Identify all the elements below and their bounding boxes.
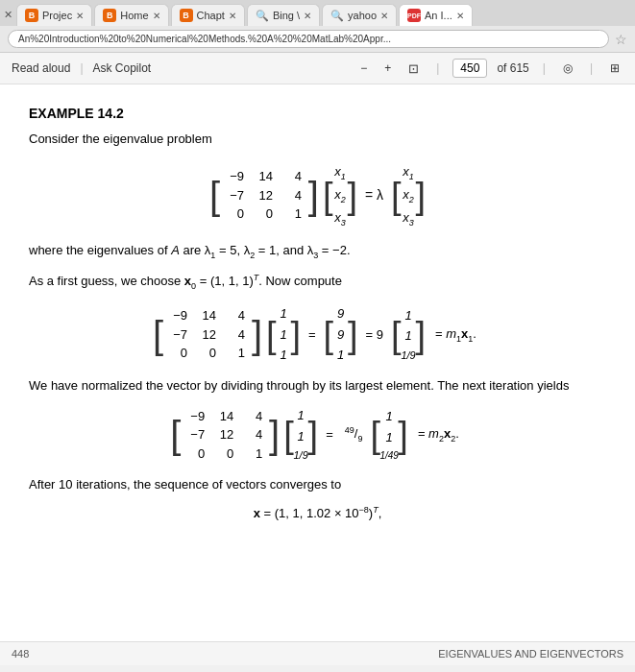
eq1-vec-111: 1 1 1 xyxy=(266,302,301,367)
chapt-tab-label: Chapt xyxy=(197,10,225,21)
eq1-equals1: = xyxy=(308,325,316,345)
eq1-m1x1: = m1x1. xyxy=(435,324,476,346)
eq2-m2x2: = m2x2. xyxy=(418,424,459,445)
home-tab-label: Home xyxy=(120,10,148,21)
zoom-in-button[interactable]: + xyxy=(380,60,395,77)
para3: After 10 iterations, the sequence of vec… xyxy=(29,475,606,494)
bing-tab-icon: 🔍 xyxy=(256,9,269,22)
bing-tab-label: Bing \ xyxy=(273,10,300,21)
chapt-tab-icon: B xyxy=(180,9,193,22)
converge-eq-text: x = (1, 1, 1.02 × 10−8)T, xyxy=(254,506,382,520)
toolbar-divider1: | xyxy=(80,61,83,75)
home-tab-icon: B xyxy=(103,9,116,22)
matrix-A: −9 14 4 −7 12 4 0 0 1 xyxy=(209,165,319,226)
ask-copilot-label: Ask Copilot xyxy=(93,61,152,75)
eq2-result-vec: 1 1 1/49 xyxy=(370,405,407,465)
equation1: −9 14 4 −7 12 4 0 0 1 1 1 1 xyxy=(29,302,606,367)
projec-tab-icon: B xyxy=(25,9,38,22)
home-tab-close[interactable]: ✕ xyxy=(153,11,160,21)
tab-home[interactable]: B Home ✕ xyxy=(94,4,168,26)
address-bar: An%20Introduction%20to%20Numerical%20Met… xyxy=(0,26,635,52)
an-tab-icon: PDF xyxy=(407,9,421,22)
tab-chapt[interactable]: B Chapt ✕ xyxy=(171,4,245,26)
speaker-button[interactable]: ◎ xyxy=(559,60,576,77)
projec-tab-close[interactable]: ✕ xyxy=(76,11,84,21)
eq2-fraction: 49/9 xyxy=(345,424,363,445)
address-input[interactable]: An%20Introduction%20to%20Numerical%20Met… xyxy=(8,30,609,48)
close-icon[interactable]: ✕ xyxy=(4,9,12,21)
browser-chrome: ✕ B Projec ✕ B Home ✕ B Chapt ✕ 🔍 Bing \… xyxy=(0,0,635,53)
tab-bar: ✕ B Projec ✕ B Home ✕ B Chapt ✕ 🔍 Bing \… xyxy=(0,0,635,26)
intro-text: Consider the eigenvalue problem xyxy=(29,130,606,149)
eq2-equals1: = xyxy=(326,425,333,444)
equals-lambda: = λ xyxy=(365,185,383,205)
bookmark-icon[interactable]: ☆ xyxy=(615,32,627,47)
example-title: EXAMPLE 14.2 xyxy=(29,104,606,124)
fit-button[interactable]: ⊡ xyxy=(404,60,423,78)
read-aloud-label: Read aloud xyxy=(12,61,70,75)
footer-chapter-title: EIGENVALUES AND EIGENVECTORS xyxy=(438,648,623,660)
zoom-out-button[interactable]: − xyxy=(356,60,371,77)
an-tab-label: An I... xyxy=(425,10,452,21)
layout-icon: ⊞ xyxy=(610,61,620,75)
layout-button[interactable]: ⊞ xyxy=(606,60,623,77)
vector-x-result: x1 x2 x3 xyxy=(391,160,426,231)
toolbar-divider4: | xyxy=(590,61,593,75)
converge-equation: x = (1, 1, 1.02 × 10−8)T, xyxy=(29,503,606,522)
para1: As a first guess, we choose x0 = (1, 1, … xyxy=(29,272,606,293)
eigenvalues-text: where the eigenvalues of A are λ1 = 5, λ… xyxy=(29,241,606,262)
footer-page-number: 448 xyxy=(12,648,29,660)
main-matrix-equation: −9 14 4 −7 12 4 0 0 1 x1 x2 x3 xyxy=(29,160,606,231)
fit-icon: ⊡ xyxy=(408,61,419,76)
speaker-icon: ◎ xyxy=(563,61,573,75)
page-of-label: of 615 xyxy=(497,61,528,75)
bing-tab-close[interactable]: ✕ xyxy=(304,11,311,21)
yahoo-tab-label: yahoo xyxy=(348,10,377,21)
tab-an[interactable]: PDF An I... ✕ xyxy=(399,4,473,26)
chapt-tab-close[interactable]: ✕ xyxy=(229,11,236,21)
yahoo-tab-close[interactable]: ✕ xyxy=(380,11,388,21)
para2: We have normalized the vector by dividin… xyxy=(29,376,606,396)
pdf-toolbar: Read aloud | Ask Copilot − + ⊡ | of 615 … xyxy=(0,53,635,84)
eq2-matrix-A: −9 14 4 −7 12 4 0 0 1 xyxy=(170,405,280,466)
eq2-input-vec: 1 1 1/9 xyxy=(283,404,318,466)
tab-yahoo[interactable]: 🔍 yahoo ✕ xyxy=(322,4,397,26)
eq1-equals2: = 9 xyxy=(366,325,383,345)
pdf-content: EXAMPLE 14.2 Consider the eigenvalue pro… xyxy=(0,84,635,641)
eq1-result-vec: 9 9 1 xyxy=(324,302,358,367)
tab-projec[interactable]: B Projec ✕ xyxy=(16,4,92,26)
tab-bing[interactable]: 🔍 Bing \ ✕ xyxy=(247,4,320,26)
toolbar-divider3: | xyxy=(543,61,546,75)
an-tab-close[interactable]: ✕ xyxy=(456,11,464,21)
page-number-input[interactable] xyxy=(452,59,487,78)
page-footer: 448 EIGENVALUES AND EIGENVECTORS xyxy=(0,641,635,665)
projec-tab-label: Projec xyxy=(42,10,72,21)
yahoo-tab-icon: 🔍 xyxy=(330,9,344,22)
eq1-matrix-A: −9 14 4 −7 12 4 0 0 1 xyxy=(153,304,262,365)
eq1-normalized-vec: 1 1 1/9 xyxy=(391,304,426,366)
toolbar-divider2: | xyxy=(436,61,439,75)
equation2: −9 14 4 −7 12 4 0 0 1 1 1 1/9 xyxy=(29,404,606,466)
vector-x: x1 x2 x3 xyxy=(323,160,357,231)
